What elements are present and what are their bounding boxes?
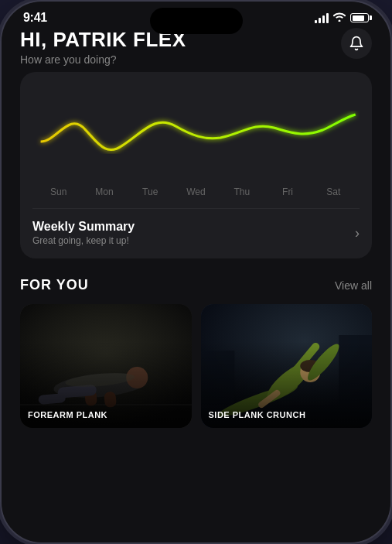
battery-icon [350, 13, 369, 22]
day-label-mon: Mon [81, 186, 127, 197]
section-title: FOR YOU [20, 277, 89, 293]
forearm-plank-card[interactable]: FOREARM PLANK [20, 304, 192, 428]
weekly-summary-text: Weekly Summary Great going, keep it up! [32, 220, 135, 246]
day-label-tue: Tue [128, 186, 173, 197]
chart-divider [32, 208, 360, 209]
status-time: 9:41 [23, 11, 47, 25]
phone-frame: 9:41 [0, 0, 392, 544]
day-label-fri: Fri [264, 186, 310, 197]
status-bar: 9:41 [2, 2, 390, 28]
chevron-right-icon: › [355, 225, 360, 241]
forearm-plank-label: FOREARM PLANK [28, 409, 184, 420]
side-plank-crunch-card[interactable]: SIDE PLANK CRUNCH [201, 304, 373, 428]
main-content: HI, PATRIK FLEX How are you doing? [2, 28, 390, 428]
view-all-button[interactable]: View all [335, 279, 372, 292]
weekly-summary-row[interactable]: Weekly Summary Great going, keep it up! … [32, 220, 360, 246]
status-icons [315, 12, 369, 24]
for-you-section: FOR YOU View all [20, 277, 372, 428]
battery-fill [353, 15, 364, 21]
bell-icon [349, 36, 364, 51]
activity-chart [32, 87, 360, 180]
weekly-summary-subtitle: Great going, keep it up! [32, 235, 135, 246]
side-plank-label: SIDE PLANK CRUNCH [209, 409, 365, 420]
chart-day-labels: Sun Mon Tue Wed Thu Fri Sat [32, 186, 360, 197]
chart-card: Sun Mon Tue Wed Thu Fri Sat Weekly Summa… [20, 72, 372, 258]
weekly-summary-title: Weekly Summary [32, 220, 135, 234]
day-label-wed: Wed [173, 186, 219, 197]
wifi-icon [333, 12, 346, 24]
greeting-subtitle: How are you doing? [20, 53, 186, 66]
signal-icon [315, 13, 329, 23]
section-header: FOR YOU View all [20, 277, 372, 293]
chart-area [32, 87, 360, 180]
day-label-sun: Sun [36, 186, 81, 197]
phone-screen: 9:41 [2, 2, 390, 542]
day-label-thu: Thu [219, 186, 264, 197]
workout-cards-row: FOREARM PLANK [20, 304, 372, 428]
day-label-sat: Sat [311, 186, 356, 197]
notification-bell-button[interactable] [341, 28, 372, 59]
